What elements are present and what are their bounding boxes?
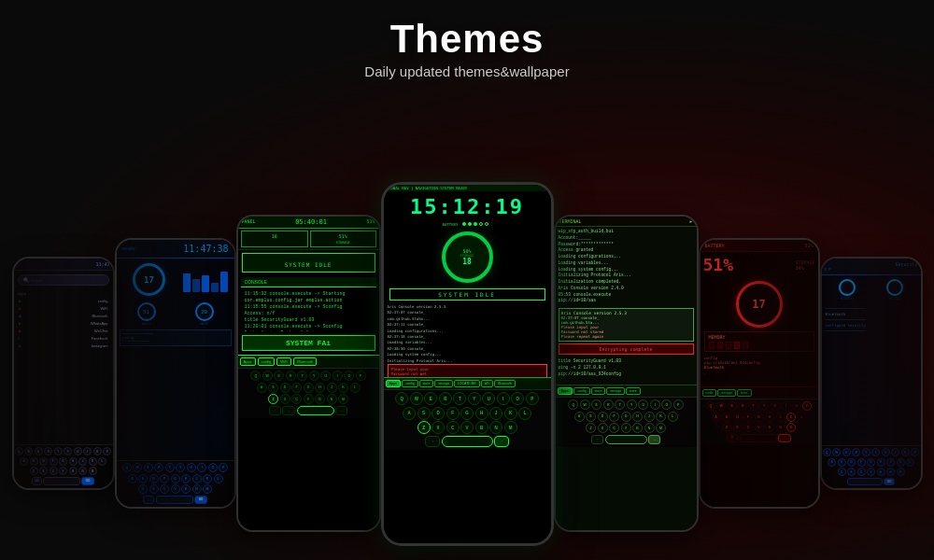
phone-frame-outer-left: 11:47 🔍 Search Apps ●config ●WiFi	[12, 257, 115, 490]
storage-display: 51%	[366, 218, 375, 226]
keyboard-far-left: Q W E R T Y U I O P A S D	[117, 460, 234, 507]
system-idle-label: SYSTEM IDLE	[285, 261, 333, 268]
page-subtitle: Daily updated themes&wallpaper	[0, 63, 934, 79]
console-header: CONSOLE	[241, 277, 376, 287]
tag-encrypt-red[interactable]: encrypt	[717, 389, 735, 397]
tag-apps[interactable]: Apps	[240, 357, 256, 366]
battery-dots	[460, 221, 491, 227]
blue-ring-1: 17	[133, 263, 165, 296]
bar-2	[192, 279, 200, 292]
console-text-right: wip_stp_auth_build.bui Account:_____ Pas…	[556, 227, 697, 306]
bar-5	[220, 272, 228, 292]
screen-hud-center: GLOBAL NAV | NAVIGATION SYSTEM READY 15:…	[384, 185, 551, 543]
terminal-lines: 11:15:32 console.execute -> Starting cor…	[241, 287, 376, 331]
tag-encrypt-right[interactable]: encrypt	[606, 387, 624, 395]
keyboard-near-left: Q W E R T Y U I O P A S D	[238, 368, 379, 418]
tag-apps-right[interactable]: Apps	[558, 387, 573, 395]
screen-console-red: TERMINAL ► wip_stp_auth_build.bui Accoun…	[556, 217, 697, 530]
aris-console-box: Aris Console version 2.5.3 02:37:07 cons…	[559, 308, 694, 342]
tag-config[interactable]: config	[258, 357, 276, 366]
tag-kifi[interactable]: kiFi	[481, 380, 493, 387]
tag-store[interactable]: store	[419, 380, 434, 387]
screen-app-icons: 11:47 🔍 Search Apps ●config ●WiFi	[14, 259, 113, 488]
storage-pct: 51%STORAGE	[310, 231, 376, 247]
phone-near-left: PANEL 05:40:01 51% 18 51%STORAGE SYSTEM …	[236, 215, 381, 546]
memory-label: MEMORY	[122, 246, 135, 251]
error-box-right: Encrypting complete	[559, 343, 694, 355]
system-fail-box: SYSTEM FAi	[242, 335, 375, 351]
page-title: Themes	[0, 17, 934, 62]
red-pct: 51%	[703, 255, 734, 274]
screen-red-battery: BATTERY 51% 51% STORAGE34% 17 MEMORY	[700, 240, 818, 507]
phone-frame-far-left: MEMORY 11:47:38 17 51	[115, 238, 236, 509]
keyboard-near-right: Q W E R T Y U I O P A S D	[556, 397, 697, 447]
screen-blue-cyan: Security D P SECURITY PRIVACY	[822, 259, 921, 488]
phone-gallery: 11:47 🔍 Search Apps ●config ●WiFi	[0, 98, 934, 546]
keyboard-center: Q W E R T Y U I O P A S D	[384, 389, 551, 450]
nav-ready-bar: GLOBAL NAV | NAVIGATION SYSTEM READY	[384, 185, 551, 191]
tag-torce-red[interactable]: torce	[737, 389, 752, 397]
blue-clock: 11:47:38	[183, 244, 228, 254]
storage-right: STORAGE34%	[795, 259, 814, 271]
tag-locate[interactable]: LOCATE ME	[454, 380, 480, 387]
phone-frame-center: GLOBAL NAV | NAVIGATION SYSTEM READY 15:…	[381, 182, 554, 546]
keyboard-outer-right: Q W E R T Y U I O P A S D	[822, 445, 921, 488]
bottom-bar-red: tooth encrypt torce	[700, 386, 818, 399]
phone-frame-near-right: TERMINAL ► wip_stp_auth_build.bui Accoun…	[554, 215, 699, 532]
tag-bluetooth-center[interactable]: Bluetooth	[494, 380, 516, 387]
search-bar: 🔍 Search	[18, 274, 109, 286]
tag-store-right[interactable]: store	[591, 387, 606, 395]
page-header: Themes Daily updated themes&wallpaper	[0, 0, 934, 89]
tag-encrypt[interactable]: encrypt	[434, 380, 452, 387]
phone-far-right: BATTERY 51% 51% STORAGE34% 17 MEMORY	[699, 238, 820, 546]
center-clock: 15:12:19	[384, 195, 551, 218]
blue-header: MEMORY 11:47:38	[117, 240, 234, 259]
tag-apps-center[interactable]: Apps	[386, 380, 402, 387]
tag-bluetooth[interactable]: Bluetooth	[293, 357, 317, 366]
bottom-tag-bar-center: Apps config store encrypt LOCATE ME kiFi…	[384, 377, 551, 389]
bottom-tag-bar-right: Apps config store encrypt torce	[556, 385, 697, 397]
tag-config-right[interactable]: config	[573, 387, 589, 395]
red-ring: 17	[736, 281, 783, 328]
tag-wifi[interactable]: WiFi	[276, 357, 291, 366]
phone-outer-left: 11:47 🔍 Search Apps ●config ●WiFi	[12, 257, 115, 546]
phone-frame-far-right: BATTERY 51% 51% STORAGE34% 17 MEMORY	[699, 238, 820, 509]
bar-4	[211, 283, 219, 292]
system-idle-box: SYSTEM IDLE	[242, 253, 375, 273]
system-idle-center: SYSTEM IDLE	[389, 288, 545, 301]
red-terminal: config pip://id=10/ass_924config Bluetoo…	[700, 354, 818, 386]
timer-display: 05:40:01	[295, 218, 327, 226]
screen-blue-memory: MEMORY 11:47:38 17 51	[117, 240, 234, 507]
battery-ring: 50% STORAGE 18	[442, 231, 493, 283]
tag-config-center[interactable]: config	[402, 380, 417, 387]
red-ring-container: 17	[700, 281, 818, 328]
phone-outer-right: Security D P SECURITY PRIVACY	[820, 257, 923, 546]
keyboard-outer-left: Q W E R T Y U I O P A S D	[14, 444, 113, 488]
terminal-content-area: CONSOLE 11:15:32 console.execute -> Star…	[238, 275, 379, 331]
phone-frame-outer-right: Security D P SECURITY PRIVACY	[820, 257, 923, 490]
console-content-center: Aris Console version 2.5.3 02:37:07 cons…	[384, 302, 551, 377]
red-memory: MEMORY	[704, 331, 814, 352]
phone-near-right: TERMINAL ► wip_stp_auth_build.bui Accoun…	[554, 215, 699, 546]
tag-torce[interactable]: torce	[626, 387, 641, 395]
screen-green-terminal: PANEL 05:40:01 51% 18 51%STORAGE SYSTEM …	[238, 217, 379, 530]
more-terminal: title SecurityGuard v1.03 ping -n 2 127.…	[556, 357, 697, 385]
bar-1	[183, 273, 191, 292]
bottom-tag-bar-left: Apps config WiFi Bluetooth	[238, 355, 379, 368]
phone-far-left: MEMORY 11:47:38 17 51	[115, 238, 236, 546]
bar-3	[202, 275, 209, 292]
blue-terminal: ────────────────── Bluetooth ───────────…	[822, 304, 921, 336]
blue-bars	[179, 266, 232, 294]
error-box: Please input your Password not met Pleas…	[388, 364, 547, 377]
keyboard-far-right: Q W E R T Y U I O P A S D	[700, 399, 818, 445]
red-header-bar: BATTERY 51%	[700, 240, 818, 252]
phone-center: GLOBAL NAV | NAVIGATION SYSTEM READY 15:…	[381, 182, 554, 546]
phone-frame-near-left: PANEL 05:40:01 51% 18 51%STORAGE SYSTEM …	[236, 215, 381, 532]
tag-tooth-red[interactable]: tooth	[702, 389, 717, 397]
